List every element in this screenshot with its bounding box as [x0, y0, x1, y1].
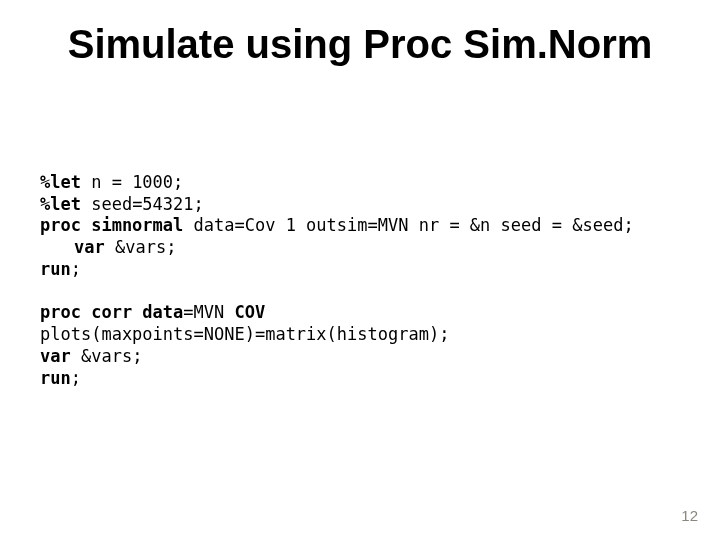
code-indent: var &vars;: [40, 237, 176, 259]
code-line: run;: [40, 368, 81, 388]
keyword-proc-corr: proc corr: [40, 302, 142, 322]
keyword-proc-simnormal: proc simnormal: [40, 215, 183, 235]
keyword-var: var: [74, 237, 105, 257]
keyword-let: %let: [40, 194, 81, 214]
code-line: run;: [40, 259, 81, 279]
slide-title: Simulate using Proc Sim.Norm: [0, 22, 720, 67]
code-text: ;: [71, 368, 81, 388]
code-text: data=Cov 1 outsim=MVN nr = &n seed = &se…: [183, 215, 633, 235]
keyword-cov: COV: [235, 302, 266, 322]
code-line: %let n = 1000;: [40, 172, 183, 192]
keyword-data: data: [142, 302, 183, 322]
page-number: 12: [681, 507, 698, 524]
code-text: =MVN: [183, 302, 234, 322]
code-line: %let seed=54321;: [40, 194, 204, 214]
keyword-var: var: [40, 346, 71, 366]
keyword-run: run: [40, 368, 71, 388]
code-line: var &vars;: [40, 237, 176, 257]
code-text: n = 1000;: [81, 172, 183, 192]
code-text: plots(maxpoints=NONE)=matrix(histogram);: [40, 324, 449, 344]
keyword-let: %let: [40, 172, 81, 192]
code-line: plots(maxpoints=NONE)=matrix(histogram);: [40, 324, 449, 344]
code-text: seed=54321;: [81, 194, 204, 214]
code-block: %let n = 1000; %let seed=54321; proc sim…: [40, 150, 634, 411]
keyword-run: run: [40, 259, 71, 279]
code-text: &vars;: [71, 346, 143, 366]
slide: Simulate using Proc Sim.Norm %let n = 10…: [0, 0, 720, 540]
code-text: &vars;: [105, 237, 177, 257]
code-line: proc simnormal data=Cov 1 outsim=MVN nr …: [40, 215, 634, 235]
code-line: proc corr data=MVN COV: [40, 302, 265, 322]
code-text: ;: [71, 259, 81, 279]
code-line: var &vars;: [40, 346, 142, 366]
